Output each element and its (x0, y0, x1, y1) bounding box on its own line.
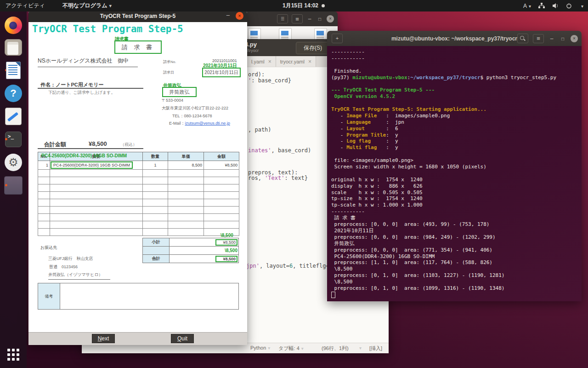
cell-qty: 1 (143, 161, 168, 170)
date-label: 請求日 (163, 70, 174, 75)
col-amount: 金額 (204, 152, 239, 161)
tab-close-icon[interactable] (308, 58, 311, 65)
minimize-icon[interactable] (306, 16, 313, 22)
remarks-label: 備考 (38, 283, 60, 309)
email-label: E-Mail： (169, 121, 185, 126)
cell-amount: ¥8,500 (204, 161, 239, 170)
dock-item-text-editor[interactable] (4, 107, 23, 126)
close-icon[interactable] (571, 35, 578, 42)
dock-item-firefox[interactable] (4, 16, 23, 34)
search-icon[interactable] (517, 34, 528, 43)
maximize-icon[interactable] (560, 35, 566, 42)
document-icon (6, 62, 21, 79)
remarks-box: 備考 (38, 283, 239, 310)
table-row (38, 214, 239, 221)
total-amount: ¥8,500 (89, 140, 107, 147)
volume-icon (552, 3, 559, 9)
tel-line: TEL：080-1234-5678 (172, 113, 212, 119)
notification-dot-icon (322, 4, 325, 7)
clock-label: 1月15日 14:02 (283, 2, 318, 10)
app-menu[interactable]: 不明なプログラム (62, 2, 112, 10)
table-row (38, 192, 239, 199)
subtotal-box: ¥8,500 (215, 239, 237, 246)
hamburger-menu-icon[interactable] (533, 34, 544, 43)
cell-no: 1 (38, 161, 50, 170)
dock: ? >_ ⚙ (0, 12, 27, 368)
code-fragment: jpn', layout=6, titleflg= (246, 263, 329, 269)
tab-label: l.yaml (251, 59, 265, 64)
postal-code: 〒533-0004 (162, 98, 183, 104)
next-button[interactable]: Next (92, 334, 115, 343)
col-qty: 数量 (143, 152, 168, 161)
issuer-box: 井筒政弘 (162, 87, 197, 97)
tab-label: tryocr.yaml (280, 59, 305, 64)
cell-desc: PC4-25600(DDR4-3200) 16GB SO-DIMM (50, 161, 143, 170)
ocr-label-grand-total: \8,500 (225, 248, 237, 253)
gear-icon: ⚙ (5, 154, 22, 171)
subtotal-row: 小計 ¥8,500 (143, 238, 239, 247)
grand-total-row: 合計 ¥8,500 (143, 255, 239, 263)
system-status-area[interactable]: A (523, 3, 583, 9)
table-row (38, 170, 239, 177)
email-link[interactable]: izutsum@venus.dti.ne.jp (185, 121, 230, 126)
new-tab-icon[interactable] (332, 34, 343, 43)
language-selector[interactable]: Python (250, 345, 270, 351)
code-fragment: ord): (248, 71, 265, 78)
dock-item-terminal[interactable]: >_ (4, 130, 23, 149)
bank-line2: 普通 0123456 (49, 264, 78, 270)
terminal-window: mizutu@ubuntu-vbox: ~/workspace_py37/try… (327, 31, 582, 301)
help-icon: ? (5, 85, 22, 102)
subject-value: ノートPC用メモリー (56, 82, 104, 87)
close-icon[interactable] (327, 15, 334, 23)
tab-yaml[interactable]: l.yaml (247, 56, 276, 67)
col-unit-price: 単価 (168, 152, 204, 161)
invoice-table: No. 摘要 数量 単価 金額 1 PC4-25600(DDR4-3200) 1… (38, 152, 239, 236)
dock-item-help[interactable]: ? (4, 84, 23, 103)
power-icon (566, 3, 572, 9)
hamburger-menu-icon[interactable] (292, 14, 303, 23)
dock-item-settings[interactable]: ⚙ (4, 153, 23, 172)
quit-button[interactable]: Quit (171, 334, 194, 343)
bank-line3: 井筒政弘（イヅツマサヒロ） (48, 272, 110, 280)
close-icon[interactable]: × (236, 12, 243, 20)
table-row: 1 PC4-25600(DDR4-3200) 16GB SO-DIMM 1 8,… (38, 161, 239, 170)
running-indicator (5, 184, 7, 186)
clock-menu[interactable]: 1月15日 14:02 (283, 2, 325, 10)
dock-item-writer[interactable] (4, 61, 23, 80)
date-box: 2021年10月11日 (202, 68, 241, 77)
tab-width-selector[interactable]: タブ幅: 4 (278, 345, 304, 352)
top-bar: アクティビティ 不明なプログラム 1月15日 14:02 A (0, 0, 588, 12)
input-method-indicator[interactable]: A (523, 3, 531, 9)
save-button[interactable]: 保存(S) (296, 42, 330, 54)
minimize-icon[interactable] (548, 35, 555, 42)
terminal-header-bar[interactable]: mizutu@ubuntu-vbox: ~/workspace_py37/try… (327, 31, 582, 46)
code-fragment: inates', base_cord) (248, 147, 311, 154)
code-fragment: ros, 'Text': text} (248, 175, 308, 181)
canvas-heading: TryOCR Test Program Step-5 (32, 23, 183, 34)
table-row (38, 199, 239, 207)
show-applications-button[interactable] (4, 345, 23, 364)
window-title: TryOCR Test Program Step-5 (100, 13, 175, 19)
table-row (38, 221, 239, 229)
tryocr-title-bar[interactable]: TryOCR Test Program Step-5 × (28, 10, 247, 22)
maximize-icon[interactable] (317, 16, 323, 22)
tab-close-icon[interactable] (268, 58, 271, 65)
view-toggle-icon[interactable] (277, 14, 288, 23)
show-apps-grid-icon (7, 349, 19, 361)
dropdown-caret-icon[interactable] (357, 345, 362, 351)
activities-button[interactable]: アクティビティ (6, 2, 45, 10)
tax-note: （税込） (120, 142, 137, 148)
customer-name: NSホールディングス株式会社 (38, 58, 113, 64)
terminal-output[interactable]: ---------------------- Finished.(py37) m… (327, 46, 582, 301)
minimize-icon[interactable] (226, 12, 230, 18)
cursor-position: (96行、1列) (322, 345, 349, 352)
greeting-text: 下記の通り、ご請求申し上げます。 (48, 90, 115, 96)
email-line: E-Mail：izutsum@venus.dti.ne.jp (169, 121, 230, 126)
cell-unit-price: 8,500 (168, 161, 204, 170)
dock-item-tryocr[interactable] (4, 176, 23, 195)
tax-row: \8,500 (143, 247, 239, 255)
tab-tryocr-yaml[interactable]: tryocr.yaml (276, 56, 316, 67)
table-row (38, 229, 239, 236)
dock-item-files[interactable] (4, 38, 23, 57)
code-fragment: , path) (248, 126, 271, 133)
